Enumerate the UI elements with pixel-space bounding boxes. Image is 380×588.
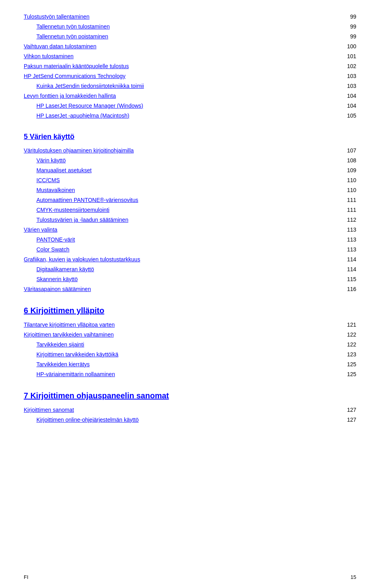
entry-label[interactable]: Kirjoittimen sanomat (24, 406, 340, 414)
entry-label[interactable]: Skannerin käyttö (36, 275, 340, 284)
list-item: Tallennetun työn tulostaminen99 (24, 22, 356, 32)
section7-block: 7 Kirjoittimen ohjauspaneelin sanomat Ki… (24, 391, 356, 425)
entry-label[interactable]: HP JetSend Communications Technology (24, 72, 340, 80)
entry-label[interactable]: Väritulostuksen ohjaaminen kirjoitinohja… (24, 147, 340, 155)
toc-link[interactable]: Tallennetun työn poistaminen (36, 33, 108, 40)
toc-link[interactable]: ICC/CMS (36, 177, 60, 183)
toc-link[interactable]: Tulostusvärien ja -laadun säätäminen (36, 217, 128, 223)
toc-link[interactable]: Tulostustyön tallentaminen (24, 13, 89, 20)
toc-link[interactable]: Kirjoittimen sanomat (24, 407, 74, 413)
entry-label[interactable]: Vaihtuvan datan tulostaminen (24, 42, 340, 51)
page-number: 104 (340, 92, 356, 100)
list-item: Mustavalkoinen110 (24, 185, 356, 195)
footer-right: 15 (351, 574, 356, 580)
list-item: Paksun materiaalin kääntöpuolelle tulost… (24, 61, 356, 71)
entry-label[interactable]: Color Swatch (36, 245, 340, 254)
toc-link[interactable]: Manuaaliset asetukset (36, 167, 91, 173)
entry-label[interactable]: Tilantarve kirjoittimen ylläpitoa varten (24, 321, 340, 329)
entry-label[interactable]: Grafiikan, kuvien ja valokuvien tulostus… (24, 255, 340, 264)
list-item: HP JetSend Communications Technology103 (24, 71, 356, 81)
entry-label[interactable]: Digitaalikameran käyttö (36, 265, 340, 274)
list-item: Tarvikkeiden kierrätys125 (24, 360, 356, 369)
section5-block: 5 Värien käyttö Väritulostuksen ohjaamin… (24, 133, 356, 294)
section7-entries: Kirjoittimen sanomat127Kirjoittimen onli… (24, 405, 356, 425)
section6-heading[interactable]: 6 Kirjoittimen ylläpito (24, 306, 356, 315)
entry-label[interactable]: Kuinka JetSendin tiedonsiirtotekniikka t… (36, 82, 340, 90)
toc-link[interactable]: Väritulostuksen ohjaaminen kirjoitinohja… (24, 147, 134, 154)
toc-link[interactable]: Automaattinen PANTONE®-väriensovitus (36, 197, 138, 203)
entry-label[interactable]: Tarvikkeiden kierrätys (36, 360, 340, 369)
toc-link[interactable]: Levyn fonttien ja lomakkeiden hallinta (24, 93, 116, 99)
entry-label[interactable]: HP LaserJet -apuohjelma (Macintosh) (36, 112, 340, 120)
entry-label[interactable]: Automaattinen PANTONE®-väriensovitus (36, 196, 340, 204)
list-item: HP LaserJet -apuohjelma (Macintosh)105 (24, 111, 356, 121)
toc-link[interactable]: Värin käyttö (36, 157, 66, 164)
entry-label[interactable]: Kirjoittimen tarvikkeiden käyttöikä (36, 350, 340, 359)
entry-label[interactable]: Värien valinta (24, 226, 340, 234)
toc-link[interactable]: Kirjoittimen tarvikkeiden käyttöikä (36, 351, 118, 358)
page-number: 101 (340, 52, 356, 61)
toc-link[interactable]: Tarvikkeiden kierrätys (36, 361, 90, 367)
footer-left: FI (24, 574, 28, 580)
entry-label[interactable]: PANTONE-värit (36, 236, 340, 244)
entry-label[interactable]: Levyn fonttien ja lomakkeiden hallinta (24, 92, 340, 100)
entry-label[interactable]: Vihkon tulostaminen (24, 52, 340, 61)
page-number: 113 (340, 236, 356, 244)
page-number: 125 (340, 370, 356, 379)
entry-label[interactable]: Tarvikkeiden sijainti (36, 341, 340, 349)
toc-link[interactable]: Kirjoittimen tarvikkeiden vaihtaminen (24, 331, 114, 338)
page-number: 111 (340, 206, 356, 214)
entry-label[interactable]: CMYK-musteensiirtoemulointi (36, 206, 340, 214)
page-number: 110 (340, 176, 356, 185)
section7-heading[interactable]: 7 Kirjoittimen ohjauspaneelin sanomat (24, 391, 356, 400)
toc-link[interactable]: Kirjoittimen online-ohjejärjestelmän käy… (36, 417, 139, 423)
list-item: Väritulostuksen ohjaaminen kirjoitinohja… (24, 146, 356, 156)
toc-link[interactable]: Paksun materiaalin kääntöpuolelle tulost… (24, 63, 129, 69)
toc-link[interactable]: Tilantarve kirjoittimen ylläpitoa varten (24, 322, 115, 328)
entry-label[interactable]: Paksun materiaalin kääntöpuolelle tulost… (24, 62, 340, 70)
toc-link[interactable]: Skannerin käyttö (36, 276, 78, 282)
toc-link[interactable]: HP-väriainemittarin nollaaminen (36, 371, 115, 377)
toc-link[interactable]: Digitaalikameran käyttö (36, 266, 94, 272)
toc-link[interactable]: HP JetSend Communications Technology (24, 73, 125, 79)
page-number: 111 (340, 196, 356, 204)
toc-link[interactable]: Mustavalkoinen (36, 187, 75, 193)
entry-label[interactable]: Tulostusvärien ja -laadun säätäminen (36, 216, 340, 224)
toc-link[interactable]: CMYK-musteensiirtoemulointi (36, 207, 109, 213)
toc-link[interactable]: Väritasapainon säätäminen (24, 286, 91, 292)
entry-label[interactable]: Manuaaliset asetukset (36, 166, 340, 175)
list-item: Skannerin käyttö115 (24, 274, 356, 284)
list-item: Värin käyttö108 (24, 156, 356, 166)
list-item: Levyn fonttien ja lomakkeiden hallinta10… (24, 91, 356, 101)
entry-label[interactable]: Värin käyttö (36, 156, 340, 165)
toc-link[interactable]: Kuinka JetSendin tiedonsiirtotekniikka t… (36, 83, 144, 89)
toc-link[interactable]: HP LaserJet Resource Manager (Windows) (36, 103, 143, 109)
toc-link[interactable]: Tarvikkeiden sijainti (36, 341, 84, 348)
toc-link[interactable]: Grafiikan, kuvien ja valokuvien tulostus… (24, 256, 140, 263)
entry-label[interactable]: HP-väriainemittarin nollaaminen (36, 370, 340, 379)
toc-link[interactable]: Värien valinta (24, 226, 57, 233)
entry-label[interactable]: Kirjoittimen tarvikkeiden vaihtaminen (24, 331, 340, 339)
entry-label[interactable]: HP LaserJet Resource Manager (Windows) (36, 102, 340, 110)
toc-link[interactable]: Vihkon tulostaminen (24, 53, 74, 59)
entry-label[interactable]: Tallennetun työn poistaminen (36, 32, 340, 41)
toc-link[interactable]: HP LaserJet -apuohjelma (Macintosh) (36, 112, 129, 119)
entry-label[interactable]: Tallennetun työn tulostaminen (36, 23, 340, 31)
entry-label[interactable]: Kirjoittimen online-ohjejärjestelmän käy… (36, 416, 340, 424)
list-item: CMYK-musteensiirtoemulointi111 (24, 205, 356, 215)
entry-label[interactable]: Tulostustyön tallentaminen (24, 13, 340, 21)
toc-link[interactable]: Color Swatch (36, 246, 69, 253)
list-item: PANTONE-värit113 (24, 235, 356, 245)
entry-label[interactable]: ICC/CMS (36, 176, 340, 185)
section5-heading[interactable]: 5 Värien käyttö (24, 133, 356, 141)
entry-label[interactable]: Väritasapainon säätäminen (24, 285, 340, 293)
list-item: HP-väriainemittarin nollaaminen125 (24, 369, 356, 379)
entry-label[interactable]: Mustavalkoinen (36, 186, 340, 194)
list-item: Digitaalikameran käyttö114 (24, 265, 356, 274)
list-item: Vaihtuvan datan tulostaminen100 (24, 42, 356, 51)
list-item: Tallennetun työn poistaminen99 (24, 32, 356, 42)
toc-link[interactable]: Vaihtuvan datan tulostaminen (24, 43, 96, 49)
page-number: 122 (340, 331, 356, 339)
toc-link[interactable]: Tallennetun työn tulostaminen (36, 23, 110, 30)
toc-link[interactable]: PANTONE-värit (36, 236, 75, 243)
